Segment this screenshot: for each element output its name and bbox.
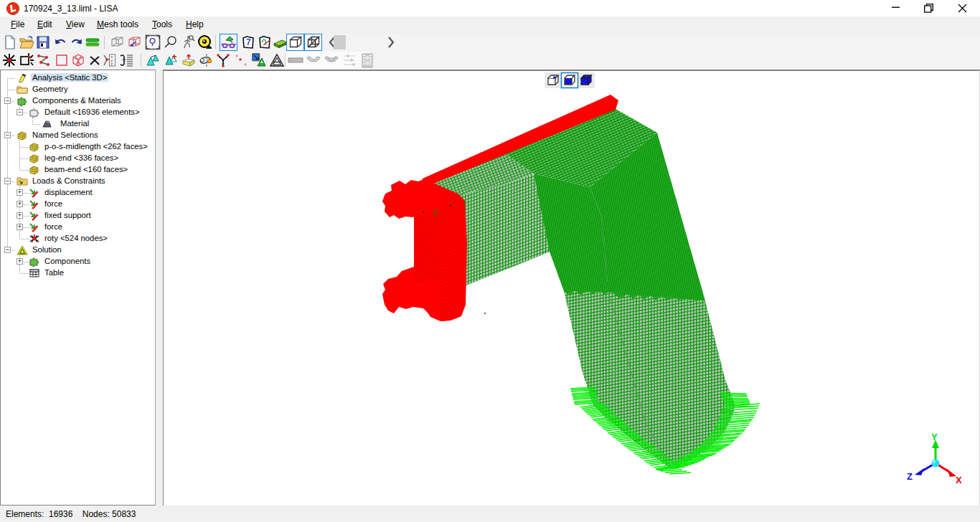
svg-text:Y: Y <box>931 432 938 442</box>
svg-text:X: X <box>956 475 962 485</box>
svg-text:Z: Z <box>907 471 913 482</box>
svg-text:z: z <box>110 62 113 67</box>
svg-text:7: 7 <box>246 37 251 47</box>
